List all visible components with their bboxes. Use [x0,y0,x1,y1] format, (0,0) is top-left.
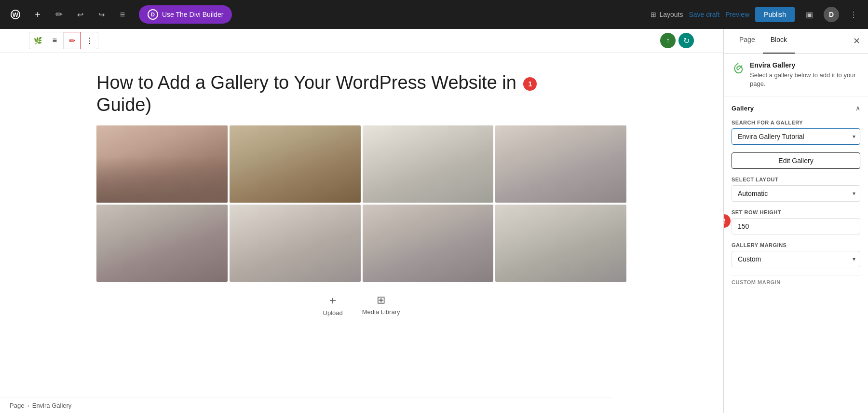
undo-button[interactable]: ↩ [71,6,89,23]
breadcrumb-gallery: Envira Gallery [32,402,72,409]
gallery-image-2 [230,125,361,203]
redo-button[interactable]: ↪ [93,6,110,23]
envira-icon-button[interactable]: 🌿 [29,32,46,49]
step1-badge: 1 [523,77,537,91]
move-up-button[interactable]: ↑ [660,33,676,48]
sidebar-icon: ▣ [806,10,813,19]
list-icon: ≡ [120,10,125,20]
layouts-grid-icon: ⊞ [651,11,656,18]
wp-logo[interactable]: W [6,5,25,24]
gallery-image-8 [495,205,626,282]
gallery-image-7 [363,205,494,282]
add-button[interactable]: + [29,6,46,23]
svg-text:W: W [13,11,19,18]
save-draft-label: Save draft [689,11,719,18]
pen-icon: ✏ [55,9,63,20]
margins-select-wrapper: Custom None Small Medium Large ▾ [732,251,860,267]
panel-close-button[interactable]: ✕ [853,29,860,53]
edit-gallery-button[interactable]: Edit Gallery [732,152,860,169]
section-divider-1 [724,96,868,96]
media-library-label: Media Library [362,308,400,316]
gallery-row-2 [96,205,626,282]
save-draft-button[interactable]: Save draft [689,11,719,18]
avatar[interactable]: D [824,7,839,22]
gallery-margins-label: GALLERY MARGINS [732,242,860,248]
redo-icon: ↪ [98,10,105,19]
layouts-label: Layouts [659,11,683,18]
upload-row: + Upload ⊞ Media Library [96,284,626,326]
undo-icon: ↩ [77,10,83,19]
panel-tabs: Page Block ✕ [724,29,868,54]
upload-label: Upload [323,309,343,317]
plugin-title: Envira Gallery [750,61,860,69]
block-toolbar-strip: 🌿 ≡ ✏ ⋮ ↑ ↻ [0,29,723,53]
more-icon: ⋮ [850,10,857,19]
plugin-info: Envira Gallery Select a gallery below to… [750,61,860,88]
row-height-label: SET ROW HEIGHT [732,209,860,215]
divi-circle-icon: D [148,9,158,20]
pen-button[interactable]: ✏ [50,6,68,23]
preview-button[interactable]: Preview [725,11,749,18]
gallery-image-4 [495,125,626,203]
refresh-icon: ↻ [683,36,690,45]
align-icon: ≡ [53,36,57,45]
main-toolbar: W + ✏ ↩ ↪ ≡ D Use The Divi Builder ⊞ Lay… [0,0,868,29]
layouts-button[interactable]: ⊞ Layouts [651,11,683,18]
publish-label: Publish [764,11,786,18]
more-block-icon: ⋮ [86,36,94,45]
gallery-image-5 [96,205,228,282]
margins-select[interactable]: Custom None Small Medium Large [732,251,860,267]
more-options-button[interactable]: ⋮ [845,6,862,23]
gallery-select-wrapper: Envira Gallery Tutorial My Gallery Portf… [732,128,860,145]
edit-pencil-icon: ✏ [69,36,75,45]
media-library-icon: ⊞ [377,294,385,306]
right-panel: 2 Page Block ✕ Envira Gallery Select a g… [723,29,868,413]
gallery-section-toggle[interactable]: ∧ [855,104,860,112]
search-gallery-label: SEARCH FOR A GALLERY [732,120,860,125]
preview-label: Preview [725,11,749,18]
gallery-select[interactable]: Envira Gallery Tutorial My Gallery Portf… [732,128,860,145]
upload-plus-icon: + [329,294,336,307]
gallery-image-3 [363,125,494,203]
editor-area: 🌿 ≡ ✏ ⋮ ↑ ↻ How to Add a [0,29,723,413]
gallery-row-1 [96,125,626,203]
edit-button[interactable]: ✏ [64,32,81,49]
plugin-header: Envira Gallery Select a gallery below to… [732,61,860,88]
envira-plugin-icon [732,61,745,75]
refresh-button[interactable]: ↻ [678,33,694,48]
select-layout-label: SELECT LAYOUT [732,177,860,182]
list-view-button[interactable]: ≡ [114,6,131,23]
post-title: How to Add a Gallery to Your WordPress W… [96,72,626,116]
toolbar-right: ⊞ Layouts Save draft Preview Publish ▣ D… [651,6,862,23]
divi-btn-label: Use The Divi Builder [162,11,223,18]
main-layout: 🌿 ≡ ✏ ⋮ ↑ ↻ How to Add a [0,29,868,413]
custom-margin-label: CUSTOM MARGIN [732,275,860,287]
row-height-input[interactable] [732,218,860,234]
sidebar-toggle-button[interactable]: ▣ [800,6,818,23]
layout-select-wrapper: Automatic Grid Masonry ▾ [732,185,860,202]
envira-leaf-icon: 🌿 [34,37,42,44]
media-library-button[interactable]: ⊞ Media Library [362,294,400,317]
publish-button[interactable]: Publish [755,7,795,22]
align-button[interactable]: ≡ [46,32,64,49]
gallery-image-1 [96,125,228,203]
divi-builder-button[interactable]: D Use The Divi Builder [139,5,232,24]
tab-page[interactable]: Page [732,29,763,54]
breadcrumb-page[interactable]: Page [10,402,24,409]
tab-block[interactable]: Block [763,29,795,54]
panel-content: Envira Gallery Select a gallery below to… [724,54,868,298]
plugin-desc: Select a gallery below to add it to your… [750,71,860,88]
add-icon: + [35,9,41,20]
more-block-button[interactable]: ⋮ [81,32,98,49]
gallery-image-6 [230,205,361,282]
gallery-section-header: Gallery ∧ [732,104,860,112]
breadcrumb-sep: › [27,402,29,409]
block-toolbar-right: ↑ ↻ [660,33,694,48]
post-content: How to Add a Gallery to Your WordPress W… [0,53,723,336]
gallery-section-title: Gallery [732,105,754,112]
layout-select[interactable]: Automatic Grid Masonry [732,185,860,202]
breadcrumb: Page › Envira Gallery [0,398,612,413]
move-up-icon: ↑ [666,36,670,45]
upload-button[interactable]: + Upload [323,294,343,317]
